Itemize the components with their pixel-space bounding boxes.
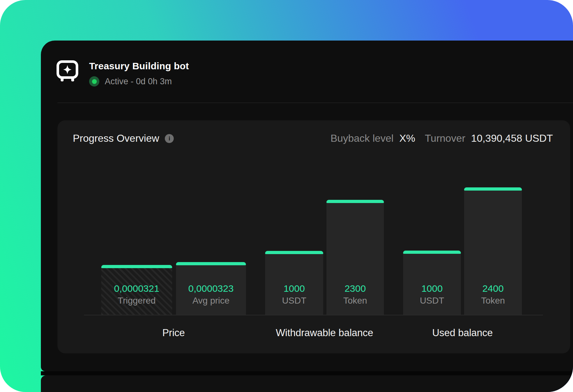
bar-used-token[interactable]: 2400 Token [464,187,522,315]
status-text: Active - 0d 0h 3m [105,76,172,87]
status-row: Active - 0d 0h 3m [89,76,189,87]
bar-cap [101,265,172,268]
bar-caption: USDT [265,295,323,306]
bar-caption: Token [464,295,522,306]
bar-used-usdt[interactable]: 1000 USDT [403,251,461,315]
bot-title: Treasury Building bot [89,60,189,72]
group-label-withdrawable: Withdrawable balance [265,327,384,339]
app-header: Treasury Building bot Active - 0d 0h 3m [57,60,189,87]
bar-cap [265,251,323,254]
vault-icon [57,60,78,83]
bar-caption: Avg price [176,295,246,306]
bar-cap [176,262,246,265]
bar-value: 2400 [464,282,522,295]
page: Treasury Building bot Active - 0d 0h 3m … [0,0,573,392]
bar-caption: Triggered [101,295,172,306]
bar-cap [403,251,461,254]
header-divider [57,102,573,103]
bar-value: 1000 [265,282,323,295]
chart-baseline [84,315,543,315]
group-label-used: Used balance [403,327,522,339]
bar-price-triggered[interactable]: 0,0000321 Triggered [101,265,172,315]
bar-value: 0,0000323 [176,282,246,295]
progress-overview-card: Progress Overview i Buyback level X% Tur… [57,120,570,353]
bar-cap [464,187,522,191]
bar-withdrawable-usdt[interactable]: 1000 USDT [265,251,323,315]
bar-value: 1000 [403,282,461,295]
bar-value: 0,0000321 [101,282,172,295]
header-text-block: Treasury Building bot Active - 0d 0h 3m [89,60,189,87]
bar-price-avg[interactable]: 0,0000323 Avg price [176,262,246,315]
bar-caption: USDT [403,295,461,306]
gradient-backdrop: Treasury Building bot Active - 0d 0h 3m … [0,0,573,392]
bar-cap [326,200,384,203]
group-label-price: Price [101,327,246,339]
window-bottom-shadow [41,371,573,375]
app-window: Treasury Building bot Active - 0d 0h 3m … [41,41,573,371]
progress-bar-chart: 0,0000321 Triggered 0,0000323 Avg price [57,120,570,353]
status-dot-icon [89,76,99,87]
stacked-window-edge [41,375,573,392]
bar-value: 2300 [326,282,384,295]
bar-caption: Token [326,295,384,306]
bar-withdrawable-token[interactable]: 2300 Token [326,200,384,315]
